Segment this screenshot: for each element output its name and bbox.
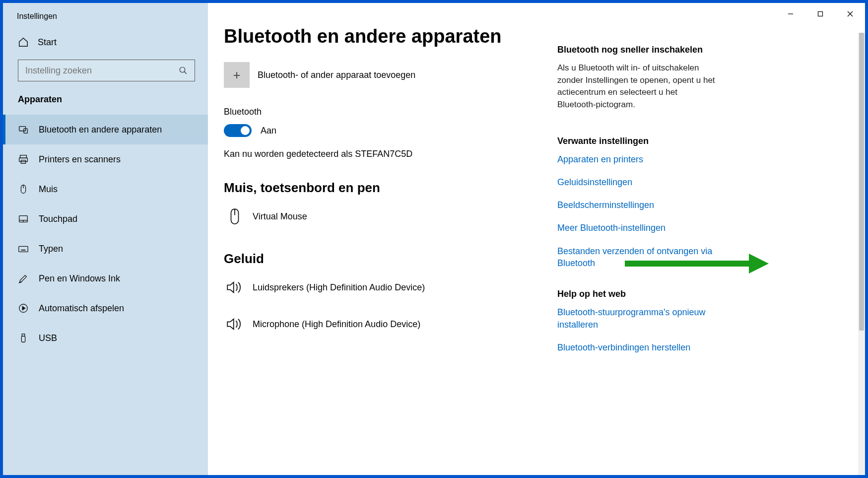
bluetooth-toggle-label: Aan: [261, 126, 276, 136]
nav-label: Touchpad: [39, 214, 77, 224]
nav-label: Muis: [39, 184, 58, 195]
nav-printers[interactable]: Printers en scanners: [3, 144, 208, 174]
nav-typing[interactable]: Typen: [3, 234, 208, 264]
device-label: Virtual Mouse: [253, 211, 307, 222]
devices-icon: [18, 124, 29, 135]
svg-rect-25: [21, 336, 25, 342]
speaker-icon: [226, 315, 244, 333]
section-label: Apparaten: [3, 92, 208, 115]
bluetooth-toggle[interactable]: [224, 124, 252, 137]
svg-line-5: [184, 71, 187, 74]
minimize-button[interactable]: [776, 3, 805, 25]
nav-pen[interactable]: Pen en Windows Ink: [3, 264, 208, 293]
pen-icon: [18, 273, 29, 284]
svg-marker-28: [227, 282, 233, 292]
sidebar: Instellingen Start Apparaten Bluetooth e…: [3, 3, 208, 475]
nav-label: Automatisch afspelen: [39, 303, 124, 314]
device-label: Microphone (High Definition Audio Device…: [253, 319, 420, 330]
window-controls: [776, 3, 865, 25]
app-title: Instellingen: [3, 7, 208, 32]
device-item-microphone[interactable]: Microphone (High Definition Audio Device…: [224, 312, 551, 349]
settings-window: Instellingen Start Apparaten Bluetooth e…: [3, 3, 865, 475]
nav-label: USB: [39, 333, 57, 343]
scrollbar-thumb[interactable]: [859, 33, 864, 331]
plus-icon: +: [224, 62, 250, 88]
autoplay-icon: [18, 303, 29, 314]
touchpad-icon: [18, 213, 29, 224]
nav-mouse[interactable]: Muis: [3, 174, 208, 204]
svg-rect-16: [19, 246, 28, 252]
link-sound-settings[interactable]: Geluidsinstellingen: [557, 176, 715, 188]
home-label: Start: [38, 37, 57, 48]
nav-usb[interactable]: USB: [3, 323, 208, 353]
discoverable-text: Kan nu worden gedetecteerd als STEFAN7C5…: [224, 149, 551, 159]
add-device-button[interactable]: + Bluetooth- of ander apparaat toevoegen: [224, 62, 551, 88]
group-mouse-heading: Muis, toetsenbord en pen: [224, 180, 551, 196]
nav-label: Printers en scanners: [39, 154, 121, 165]
right-heading-quick: Bluetooth nog sneller inschakelen: [557, 45, 715, 55]
svg-rect-24: [22, 334, 25, 337]
search-box[interactable]: [18, 60, 195, 81]
nav-autoplay[interactable]: Automatisch afspelen: [3, 293, 208, 323]
svg-rect-9: [19, 158, 28, 161]
bluetooth-toggle-row: Aan: [224, 124, 551, 137]
usb-icon: [18, 333, 29, 343]
mouse-icon: [18, 184, 29, 195]
maximize-button[interactable]: [805, 3, 835, 25]
svg-rect-8: [20, 155, 27, 158]
scrollbar[interactable]: [858, 33, 865, 475]
home-button[interactable]: Start: [3, 32, 208, 57]
keyboard-icon: [18, 243, 29, 254]
device-item-speakers[interactable]: Luidsprekers (High Definition Audio Devi…: [224, 275, 551, 312]
link-devices-printers[interactable]: Apparaten en printers: [557, 153, 715, 165]
link-send-receive-bt[interactable]: Bestanden verzenden of ontvangen via Blu…: [557, 245, 715, 270]
link-display-settings[interactable]: Beeldscherminstellingen: [557, 199, 715, 211]
svg-point-4: [180, 67, 185, 72]
nav: Bluetooth en andere apparaten Printers e…: [3, 115, 208, 353]
search-input[interactable]: [25, 66, 174, 76]
bluetooth-heading: Bluetooth: [224, 107, 551, 117]
svg-marker-29: [227, 319, 233, 329]
mouse-device-icon: [226, 207, 244, 225]
right-help-text: Als u Bluetooth wilt in- of uitschakelen…: [557, 62, 715, 111]
main-content: Bluetooth en andere apparaten + Bluetoot…: [208, 3, 865, 475]
link-fix-bt-connections[interactable]: Bluetooth-verbindingen herstellen: [557, 341, 715, 353]
search-icon: [179, 66, 188, 75]
right-column: Bluetooth nog sneller inschakelen Als u …: [551, 17, 715, 475]
svg-marker-31: [749, 254, 769, 273]
close-button[interactable]: [835, 3, 865, 25]
printer-icon: [18, 154, 29, 165]
link-reinstall-bt-drivers[interactable]: Bluetooth-stuurprogramma's opnieuw insta…: [557, 306, 715, 331]
device-item-mouse[interactable]: Virtual Mouse: [224, 205, 551, 241]
link-more-bluetooth[interactable]: Meer Bluetooth-instellingen: [557, 222, 715, 234]
svg-rect-1: [818, 12, 823, 16]
add-device-label: Bluetooth- of ander apparaat toevoegen: [258, 70, 415, 80]
page-title: Bluetooth en andere apparaten: [224, 26, 551, 47]
home-icon: [18, 37, 29, 48]
nav-label: Pen en Windows Ink: [39, 273, 120, 284]
device-label: Luidsprekers (High Definition Audio Devi…: [253, 282, 425, 293]
nav-label: Typen: [39, 244, 63, 254]
nav-bluetooth[interactable]: Bluetooth en andere apparaten: [3, 115, 208, 144]
nav-label: Bluetooth en andere apparaten: [39, 125, 162, 135]
content-column: Bluetooth en andere apparaten + Bluetoot…: [224, 17, 551, 475]
svg-marker-23: [22, 306, 25, 310]
right-heading-related: Verwante instellingen: [557, 136, 715, 146]
group-audio-heading: Geluid: [224, 251, 551, 267]
nav-touchpad[interactable]: Touchpad: [3, 204, 208, 234]
right-heading-web: Help op het web: [557, 289, 715, 299]
speaker-icon: [226, 278, 244, 296]
